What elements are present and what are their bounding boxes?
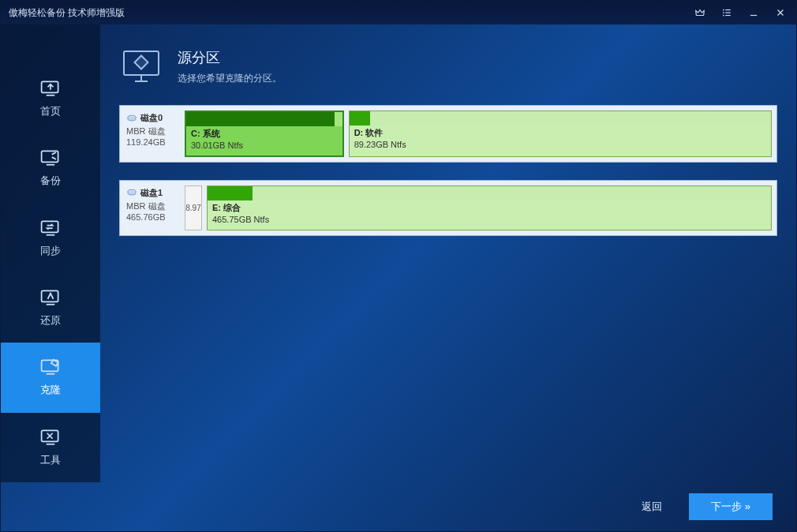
partition-usage-bar (208, 186, 771, 200)
partition-usage-bar (186, 112, 342, 126)
sidebar-item-clone[interactable]: 克隆 (1, 343, 100, 412)
sidebar-item-label: 工具 (40, 453, 61, 467)
sidebar-item-label: 首页 (40, 104, 61, 118)
disk-size: 119.24GB (126, 137, 183, 147)
disk-name: 磁盘1 (140, 187, 163, 199)
svg-rect-13 (42, 221, 58, 232)
minimize-icon[interactable] (746, 5, 761, 21)
svg-point-0 (723, 9, 724, 11)
tools-icon (39, 428, 62, 447)
close-icon[interactable] (773, 5, 788, 21)
partition-size: 465.75GB Ntfs (212, 214, 766, 226)
partition-used-fill (350, 111, 371, 126)
partition-label: E: 综合 465.75GB Ntfs (208, 200, 771, 230)
main: 首页 备份 同步 还原 克隆 工具 源分区 选择您希望克隆 (1, 24, 796, 482)
menu-icon[interactable] (719, 5, 735, 21)
clone-icon (39, 358, 62, 377)
back-button[interactable]: 返回 (630, 495, 673, 519)
sidebar-item-restore[interactable]: 还原 (1, 273, 100, 343)
partition[interactable]: E: 综合 465.75GB Ntfs (207, 185, 772, 230)
partition-size: 89.23GB Ntfs (354, 139, 766, 151)
partition-used-fill (186, 112, 335, 126)
disk-name: 磁盘0 (140, 112, 163, 124)
sidebar-item-label: 克隆 (40, 383, 61, 397)
app-title: 傲梅轻松备份 技术师增强版 (9, 6, 125, 20)
disk-icon (126, 189, 137, 197)
partition-name: C: 系统 (191, 128, 338, 140)
partition-name: D: 软件 (354, 127, 766, 139)
home-icon (39, 79, 62, 98)
disks-container: 磁盘0 MBR 磁盘 119.24GB C: 系统 30.01GB Ntfs D… (119, 105, 777, 253)
disk-icon (126, 114, 137, 122)
svg-rect-3 (725, 12, 730, 13)
backup-icon (39, 148, 62, 167)
svg-rect-1 (725, 9, 730, 10)
next-button[interactable]: 下一步 » (689, 493, 773, 520)
sidebar-item-home[interactable]: 首页 (1, 64, 100, 133)
disk-size: 465.76GB (126, 212, 183, 222)
disk-type: MBR 磁盘 (126, 200, 183, 212)
disk-info: 磁盘0 MBR 磁盘 119.24GB (125, 111, 185, 157)
sidebar: 首页 备份 同步 还原 克隆 工具 (1, 24, 100, 482)
disk-info: 磁盘1 MBR 磁盘 465.76GB (125, 185, 185, 230)
partition[interactable]: D: 软件 89.23GB Ntfs (349, 111, 772, 157)
sync-icon (39, 219, 62, 238)
partitions-row: C: 系统 30.01GB Ntfs D: 软件 89.23GB Ntfs (185, 111, 772, 157)
page-subtitle: 选择您希望克隆的分区。 (178, 72, 282, 85)
sidebar-item-label: 还原 (40, 313, 61, 328)
partition-label: C: 系统 30.01GB Ntfs (186, 126, 342, 155)
partition-usage-bar (350, 111, 771, 126)
partitions-row: 8.97 E: 综合 465.75GB Ntfs (185, 185, 772, 230)
disk-type: MBR 磁盘 (126, 126, 183, 137)
titlebar: 傲梅轻松备份 技术师增强版 (1, 1, 796, 24)
sidebar-item-backup[interactable]: 备份 (1, 133, 100, 203)
page-header: 源分区 选择您希望克隆的分区。 (119, 48, 777, 86)
sidebar-item-label: 同步 (40, 244, 61, 258)
next-button-label: 下一步 » (711, 500, 750, 514)
partition-size: 30.01GB Ntfs (191, 140, 338, 152)
restore-icon (39, 288, 62, 307)
svg-point-2 (723, 12, 724, 13)
page-header-text: 源分区 选择您希望克隆的分区。 (178, 48, 282, 85)
disk-panel: 磁盘1 MBR 磁盘 465.76GB 8.97 E: 综合 465.75GB … (119, 180, 777, 236)
partition-tiny[interactable]: 8.97 (185, 185, 202, 230)
monitor-clone-icon (119, 48, 163, 86)
crown-icon[interactable] (692, 5, 708, 21)
page-title: 源分区 (178, 48, 282, 67)
disk-panel: 磁盘0 MBR 磁盘 119.24GB C: 系统 30.01GB Ntfs D… (119, 105, 777, 163)
footer: 返回 下一步 » (1, 482, 796, 531)
svg-point-4 (723, 15, 724, 17)
sidebar-item-tools[interactable]: 工具 (1, 413, 100, 482)
content: 源分区 选择您希望克隆的分区。 磁盘0 MBR 磁盘 119.24GB C: 系… (100, 24, 796, 482)
partition[interactable]: C: 系统 30.01GB Ntfs (185, 111, 344, 157)
partition-name: E: 综合 (212, 202, 766, 214)
partition-label: D: 软件 89.23GB Ntfs (350, 126, 771, 155)
partition-used-fill (208, 186, 253, 200)
svg-rect-5 (725, 15, 730, 16)
svg-rect-27 (135, 56, 148, 69)
titlebar-controls (692, 5, 788, 21)
sidebar-item-label: 备份 (40, 174, 61, 188)
sidebar-item-sync[interactable]: 同步 (1, 204, 100, 273)
